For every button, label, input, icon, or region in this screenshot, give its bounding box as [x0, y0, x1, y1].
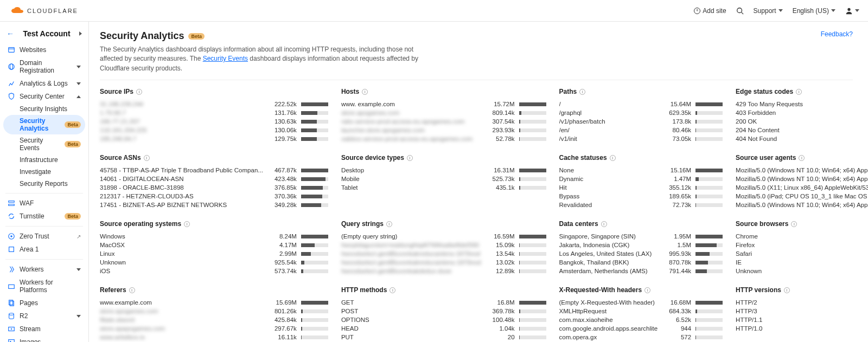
- stats-row[interactable]: HTTP/216.16M: [736, 298, 868, 307]
- stats-row[interactable]: GET16.8M: [341, 298, 546, 307]
- sidebar-sub-investigate[interactable]: Investigate: [3, 166, 85, 178]
- stats-row[interactable]: 212317 - HETZNER-CLOUD3-AS370.36k: [100, 192, 328, 201]
- stats-row[interactable]: /v1/phaser/batch173.8k: [559, 117, 723, 126]
- user-menu[interactable]: [845, 7, 859, 15]
- stats-row[interactable]: (Empty X-Requested-With header)16.68M: [559, 298, 723, 307]
- info-icon[interactable]: i: [799, 155, 805, 161]
- sidebar-item-turnstile[interactable]: Turnstile Beta: [3, 210, 85, 223]
- info-icon[interactable]: i: [144, 155, 150, 161]
- stats-row[interactable]: Bangkok, Thailand (BKK)870.78k: [559, 258, 723, 267]
- stats-row[interactable]: Jakarta, Indonesia (CGK)1.5M: [559, 241, 723, 249]
- sidebar-sub-security-reports[interactable]: Security Reports: [3, 178, 85, 190]
- sidebar-item-area1[interactable]: Area 1: [3, 243, 85, 256]
- stats-row[interactable]: 14061 - DIGITALOCEAN-ASN423.48k: [100, 175, 328, 183]
- stats-row[interactable]: com.max.xiaoheihe6.52k: [559, 315, 723, 324]
- stats-row[interactable]: store.apogames.com809.14k: [341, 108, 546, 117]
- stats-row[interactable]: Mozilla/5.0 (iPad; CPU OS 10_3_1 like Ma…: [736, 192, 868, 201]
- stats-row[interactable]: Revalidated72.73k: [559, 201, 723, 209]
- stats-row[interactable]: IE960.22k: [736, 258, 868, 267]
- sidebar-item-websites[interactable]: Websites: [3, 43, 85, 56]
- info-icon[interactable]: i: [390, 287, 395, 293]
- stats-row[interactable]: com.google.android.apps.searchlite944: [559, 324, 723, 333]
- stats-row[interactable]: Windows8.24M: [100, 232, 328, 241]
- stats-row[interactable]: Mobile525.73k: [341, 175, 546, 183]
- search-button[interactable]: [736, 7, 744, 15]
- stats-row[interactable]: Unknown923.28k: [736, 267, 868, 275]
- sidebar-sub-infrastructure[interactable]: Infrastructure: [3, 154, 85, 166]
- stats-row[interactable]: XMLHttpRequest684.33k: [559, 307, 723, 315]
- sidebar-item-workers[interactable]: Workers: [3, 263, 85, 276]
- stats-row[interactable]: MacOSX4.17M: [100, 241, 328, 249]
- stats-row[interactable]: hwoodselect-gentBluvonkakdedux-duxe12.89…: [341, 267, 546, 275]
- sidebar-item-images[interactable]: Images: [3, 335, 85, 342]
- stats-row[interactable]: Mozilla/5.0 (Windows NT 10.0; Win64; x64…: [736, 201, 868, 209]
- stats-row[interactable]: 45758 - TTBP-AS-AP Triple T Broadband Pu…: [100, 166, 328, 175]
- stats-row[interactable]: 185.246.84.7129.75k: [100, 134, 328, 143]
- sidebar-sub-security-analytics[interactable]: Security Analytics Beta: [3, 115, 85, 134]
- stats-row[interactable]: Mozilla/5.0 (Windows NT 10.0; Win64; x64…: [736, 175, 868, 183]
- stats-row[interactable]: 404 Not Found211.58k: [736, 134, 868, 143]
- sidebar-item-pages[interactable]: Pages: [3, 296, 85, 309]
- stats-row[interactable]: Mozilla/5.0 (Windows NT 10.0; Win64; x64…: [736, 166, 868, 175]
- stats-row[interactable]: iOS573.74k: [100, 267, 328, 275]
- sidebar-sub-security-events[interactable]: Security Events Beta: [3, 134, 85, 154]
- stats-row[interactable]: 403 Forbidden2.05M: [736, 108, 868, 117]
- stats-row[interactable]: HTTP/31.08M: [736, 307, 868, 315]
- stats-row[interactable]: www. example.com15.72M: [341, 100, 546, 108]
- stats-row[interactable]: /15.64M: [559, 100, 723, 108]
- brand-logo[interactable]: CLOUDFLARE: [11, 7, 78, 15]
- stats-row[interactable]: 17451 - BIZNET-AS-AP BIZNET NETWORKS349.…: [100, 201, 328, 209]
- info-icon[interactable]: i: [129, 287, 135, 293]
- stats-row[interactable]: 429 Too Many Requests13.01M: [736, 100, 868, 108]
- stats-row[interactable]: Tablet435.1k: [341, 183, 546, 192]
- info-icon[interactable]: i: [407, 155, 413, 161]
- stats-row[interactable]: Safari1.23M: [736, 249, 868, 258]
- sidebar-item-analytics-logs[interactable]: Analytics & Logs: [3, 77, 85, 90]
- stats-row[interactable]: PUT20: [341, 333, 546, 341]
- stats-row[interactable]: 1.79.90.7131.76k: [100, 108, 328, 117]
- stats-row[interactable]: Desktop16.31M: [341, 166, 546, 175]
- stats-row[interactable]: HEAD1.04k: [341, 324, 546, 333]
- stats-row[interactable]: ratio-service-prod-access-eu.apogames.co…: [341, 117, 546, 126]
- feedback-link[interactable]: Feedback?: [821, 30, 853, 38]
- info-icon[interactable]: i: [386, 221, 392, 227]
- stats-row[interactable]: Dynamic1.47M: [559, 175, 723, 183]
- info-icon[interactable]: i: [601, 221, 607, 227]
- language-menu[interactable]: English (US): [793, 7, 835, 15]
- sidebar-item-workers-for-platforms[interactable]: Workers for Platforms: [3, 276, 85, 296]
- sidebar-sub-security-insights[interactable]: Security Insights: [3, 103, 85, 115]
- stats-row[interactable]: 31.186.239.244222.52k: [100, 100, 328, 108]
- stats-row[interactable]: /graphql629.35k: [559, 108, 723, 117]
- stats-row[interactable]: Mozilla/5.0 (X11; Linux x86_64) AppleWeb…: [736, 183, 868, 192]
- stats-row[interactable]: Linux2.99M: [100, 249, 328, 258]
- stats-row[interactable]: Firefox4.77M: [736, 241, 868, 249]
- stats-row[interactable]: Amsterdam, Netherlands (AMS)791.44k: [559, 267, 723, 275]
- info-icon[interactable]: i: [644, 287, 650, 293]
- info-icon[interactable]: i: [610, 155, 616, 161]
- support-menu[interactable]: Support: [754, 7, 783, 15]
- sidebar-item-waf[interactable]: WAF: [3, 197, 85, 210]
- info-icon[interactable]: i: [784, 287, 790, 293]
- stats-row[interactable]: www.example.com15.69M: [100, 298, 328, 307]
- stats-row[interactable]: 110.181.204.225130.06k: [100, 126, 328, 134]
- stats-row[interactable]: store.apogames.com801.26k: [100, 307, 328, 315]
- info-icon[interactable]: i: [362, 89, 368, 95]
- stats-row[interactable]: hwoodselect-gentBluvonkakreducaixlens-18…: [341, 249, 546, 258]
- sidebar-item-zero-trust[interactable]: Zero Trust ↗: [3, 230, 85, 243]
- stats-row[interactable]: Chrome7.34M: [736, 232, 868, 241]
- stats-row[interactable]: HTTP/1.0424: [736, 324, 868, 333]
- stats-row[interactable]: filiate.stword425.84k: [100, 315, 328, 324]
- info-icon[interactable]: i: [184, 221, 190, 227]
- stats-row[interactable]: www.artistbox.io16.11k: [100, 333, 328, 341]
- stats-row[interactable]: Los Angeles, United States (LAX)995.93k: [559, 249, 723, 258]
- security-events-link[interactable]: Security Events: [203, 55, 248, 62]
- stats-row[interactable]: xabbox-service-prod-access-eu.apogames.c…: [341, 134, 546, 143]
- info-icon[interactable]: i: [579, 89, 585, 95]
- sidebar-item-stream[interactable]: Stream: [3, 322, 85, 335]
- stats-row[interactable]: OPTIONS100.48k: [341, 315, 546, 324]
- stats-row[interactable]: 31898 - ORACLE-BMC-31898376.85k: [100, 183, 328, 192]
- stats-row[interactable]: POST369.78k: [341, 307, 546, 315]
- stats-row[interactable]: 200 OK1.22M: [736, 117, 868, 126]
- info-icon[interactable]: i: [136, 89, 142, 95]
- sidebar-item-domain-registration[interactable]: Domain Registration: [3, 56, 85, 77]
